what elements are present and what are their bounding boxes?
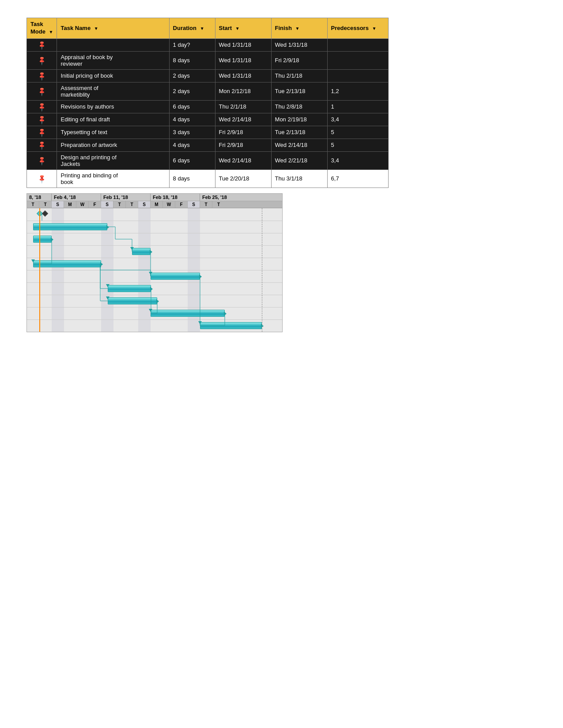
- pred-cell-4: 1: [327, 100, 388, 113]
- bar-pricing-end: [51, 237, 53, 242]
- header-task-mode[interactable]: TaskMode ▼: [27, 18, 57, 39]
- date-label-3: Feb 11, '18: [101, 194, 151, 201]
- filter-arrow-mode[interactable]: ▼: [49, 29, 53, 35]
- day-F1: F: [89, 201, 101, 208]
- bar-revisions-end: [100, 262, 103, 266]
- pred-cell-8: 3,4: [327, 151, 388, 169]
- day-F2: F: [175, 201, 188, 208]
- task-mode-cell-3: 📌: [27, 82, 57, 100]
- filter-arrow-pred[interactable]: ▼: [372, 26, 377, 31]
- task-name-cell-5: Editing of final draft: [57, 113, 169, 126]
- start-cell-1: Wed 1/31/18: [215, 51, 271, 69]
- header-task-name[interactable]: Task Name ▼: [57, 18, 169, 39]
- pin-icon-7: 📌: [37, 140, 47, 150]
- date-label-5: Feb 25, '18: [200, 194, 237, 201]
- finish-cell-4: Thu 2/8/18: [271, 100, 327, 113]
- pred-cell-1: [327, 51, 388, 69]
- task-mode-cell-7: 📌: [27, 139, 57, 151]
- finish-cell-9: Thu 3/1/18: [271, 169, 327, 188]
- finish-cell-3: Tue 2/13/18: [271, 82, 327, 100]
- row-line-5: [27, 270, 282, 270]
- task-mode-cell-9: 📌: [27, 169, 57, 188]
- start-cell-8: Wed 2/14/18: [215, 151, 271, 169]
- header-predecessors[interactable]: Predecessors ▼: [327, 18, 388, 39]
- filter-arrow-start[interactable]: ▼: [235, 26, 240, 31]
- bar-revisions: [33, 260, 101, 267]
- start-cell-7: Fri 2/9/18: [215, 139, 271, 151]
- pin-icon-4: 📌: [37, 101, 47, 112]
- bar-editing-end: [199, 274, 202, 279]
- table-wrapper: TaskMode ▼ Task Name ▼ Duration ▼ Start …: [26, 18, 468, 188]
- day-T3: T: [113, 201, 126, 208]
- pred-cell-7: 5: [327, 139, 388, 151]
- day-T5: T: [200, 201, 212, 208]
- bar-initial-pricing: [33, 236, 52, 243]
- task-mode-cell-8: 📌: [27, 151, 57, 169]
- bar-assessment: [132, 248, 151, 255]
- bar-typesetting: [108, 285, 151, 292]
- pin-icon-3: 📌: [37, 86, 47, 96]
- row-line-6: [27, 282, 282, 283]
- row-line-4: [27, 258, 282, 258]
- row-line-8: [27, 307, 282, 308]
- filter-arrow-name[interactable]: ▼: [94, 26, 98, 31]
- day-T1: T: [27, 201, 39, 208]
- row-line-3: [27, 245, 282, 246]
- bar-appraisal-end: [106, 225, 109, 229]
- pin-icon-1: 📌: [37, 55, 47, 65]
- start-cell-0: Wed 1/31/18: [215, 38, 271, 51]
- filter-arrow-duration[interactable]: ▼: [200, 26, 204, 31]
- day-S2: S: [101, 201, 113, 208]
- duration-cell-5: 4 days: [169, 113, 215, 126]
- pred-cell-6: 5: [327, 126, 388, 139]
- day-S3: S: [138, 201, 151, 208]
- today-line: [39, 208, 40, 332]
- row-line-7: [27, 295, 282, 295]
- gantt-chart-section: 8, '18 Feb 4, '18 Feb 11, '18 Feb 18, '1…: [26, 193, 283, 332]
- filter-arrow-finish[interactable]: ▼: [295, 26, 299, 31]
- pin-icon-8: 📌: [37, 155, 47, 165]
- day-S4: S: [188, 201, 200, 208]
- row-line-2: [27, 233, 282, 233]
- start-cell-2: Wed 1/31/18: [215, 69, 271, 82]
- duration-cell-2: 2 days: [169, 69, 215, 82]
- bar-jackets: [151, 310, 225, 317]
- spacer: [26, 188, 468, 193]
- header-finish[interactable]: Finish ▼: [271, 18, 327, 39]
- bar-printing: [200, 322, 262, 329]
- pred-cell-3: 1,2: [327, 82, 388, 100]
- bar-artwork-end: [156, 299, 159, 304]
- header-duration[interactable]: Duration ▼: [169, 18, 215, 39]
- finish-cell-1: Fri 2/9/18: [271, 51, 327, 69]
- duration-cell-0: 1 day?: [169, 38, 215, 51]
- day-T4: T: [126, 201, 138, 208]
- header-start[interactable]: Start ▼: [215, 18, 271, 39]
- day-M2: M: [151, 201, 163, 208]
- task-mode-cell-0: 📌: [27, 38, 57, 51]
- start-cell-3: Mon 2/12/18: [215, 82, 271, 100]
- bar-jackets-end: [224, 311, 227, 316]
- bar-editing: [151, 273, 200, 280]
- finish-cell-8: Wed 2/21/18: [271, 151, 327, 169]
- day-W1: W: [76, 201, 89, 208]
- date-label-2: Feb 4, '18: [52, 194, 101, 201]
- duration-cell-6: 3 days: [169, 126, 215, 139]
- bar-assessment-end: [150, 250, 152, 254]
- finish-cell-2: Thu 2/1/18: [271, 69, 327, 82]
- start-cell-5: Wed 2/14/18: [215, 113, 271, 126]
- task-name-cell-9: Printing and binding of book: [57, 169, 169, 188]
- finish-cell-5: Mon 2/19/18: [271, 113, 327, 126]
- pred-cell-9: 6,7: [327, 169, 388, 188]
- duration-cell-7: 4 days: [169, 139, 215, 151]
- task-name-cell-6: Typesetting of text: [57, 126, 169, 139]
- start-cell-9: Tue 2/20/18: [215, 169, 271, 188]
- start-cell-6: Fri 2/9/18: [215, 126, 271, 139]
- duration-cell-9: 8 days: [169, 169, 215, 188]
- pred-cell-0: [327, 38, 388, 51]
- task-name-cell-4: Revisions by authors: [57, 100, 169, 113]
- task-name-cell-0: [57, 38, 169, 51]
- chart-date-header: 8, '18 Feb 4, '18 Feb 11, '18 Feb 18, '1…: [27, 194, 282, 201]
- task-mode-cell-5: 📌: [27, 113, 57, 126]
- pred-cell-2: [327, 69, 388, 82]
- row-line-1: [27, 221, 282, 221]
